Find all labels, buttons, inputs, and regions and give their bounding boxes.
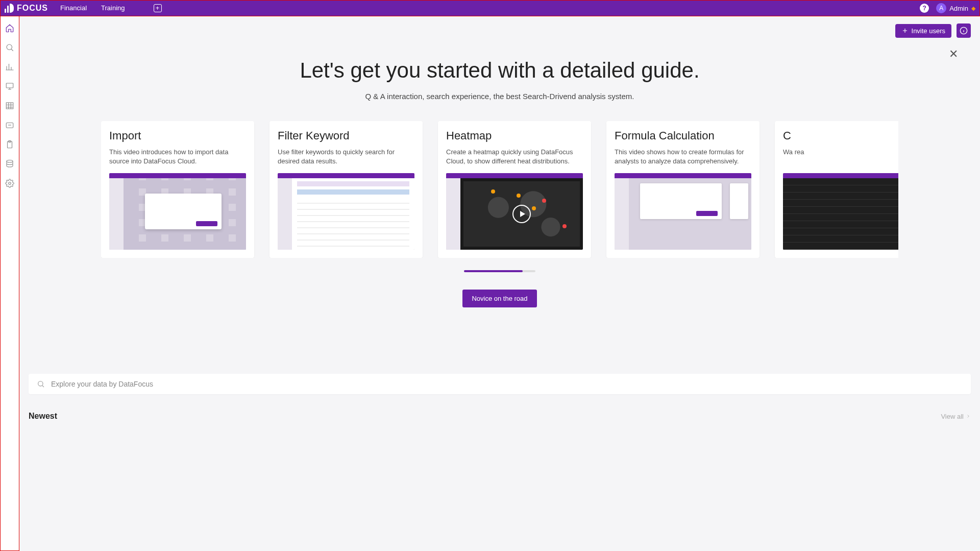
- presentation-icon[interactable]: [5, 82, 14, 91]
- card-thumbnail: [446, 173, 583, 250]
- top-bar: FOCUS Financial Training + ? A Admin ◆: [0, 0, 980, 16]
- search-nav-icon[interactable]: [5, 43, 14, 52]
- brand-logo[interactable]: FOCUS: [5, 4, 48, 13]
- card-title: C: [783, 129, 898, 142]
- guide-carousel: Import This video introduces how to impo…: [101, 121, 898, 258]
- left-sidebar: [0, 16, 19, 551]
- info-button[interactable]: [957, 23, 971, 38]
- newest-section-header: Newest View all: [29, 412, 971, 421]
- chevron-right-icon: [966, 414, 971, 419]
- add-tab-button[interactable]: +: [154, 4, 162, 12]
- guide-card-formula[interactable]: Formula Calculation This video shows how…: [606, 121, 760, 258]
- help-icon[interactable]: ?: [920, 4, 929, 13]
- card-desc: This video introduces how to import data…: [109, 148, 246, 167]
- card-thumbnail: [278, 173, 414, 250]
- card-title: Filter Keyword: [278, 129, 414, 142]
- card-thumbnail: [783, 173, 898, 250]
- table-icon[interactable]: [5, 101, 14, 110]
- card-desc: This video shows how to create formulas …: [615, 148, 751, 167]
- card-title: Formula Calculation: [615, 129, 751, 142]
- carousel-progress[interactable]: [464, 270, 535, 272]
- clipboard-icon[interactable]: [5, 140, 14, 149]
- database-icon[interactable]: [5, 159, 14, 169]
- svg-point-0: [7, 44, 12, 50]
- view-all-link[interactable]: View all: [941, 413, 971, 420]
- svg-point-6: [7, 160, 13, 163]
- premium-icon: ◆: [971, 5, 975, 12]
- folder-icon[interactable]: [5, 121, 14, 130]
- tab-training[interactable]: Training: [101, 4, 125, 12]
- invite-label: Invite users: [912, 27, 945, 35]
- charts-icon[interactable]: [5, 62, 14, 71]
- tab-financial[interactable]: Financial: [60, 4, 87, 12]
- explore-search[interactable]: Explore your data by DataFocus: [29, 374, 971, 394]
- card-desc: Create a heatmap quickly using DataFocus…: [446, 148, 583, 167]
- avatar: A: [936, 3, 946, 13]
- workspace-tabs: Financial Training +: [60, 4, 162, 12]
- top-right-controls: ? A Admin ◆: [920, 3, 975, 13]
- guide-subtitle: Q & A interaction, search experience, th…: [101, 92, 898, 101]
- card-desc: Wa rea: [783, 148, 898, 167]
- newest-heading: Newest: [29, 412, 57, 421]
- guide-card-import[interactable]: Import This video introduces how to impo…: [101, 121, 254, 258]
- svg-rect-2: [6, 103, 13, 109]
- guide-card-filter[interactable]: Filter Keyword Use filter keywords to qu…: [270, 121, 423, 258]
- user-name: Admin: [949, 5, 968, 12]
- search-placeholder: Explore your data by DataFocus: [51, 380, 153, 388]
- svg-point-9: [38, 381, 43, 386]
- card-title: Import: [109, 129, 246, 142]
- search-icon: [37, 380, 45, 388]
- novice-button[interactable]: Novice on the road: [462, 290, 536, 307]
- svg-rect-1: [6, 83, 13, 88]
- brand-name: FOCUS: [17, 4, 48, 13]
- guide-title: Let's get you started with a detailed gu…: [101, 58, 898, 83]
- page-toolbar: Invite users: [19, 16, 980, 38]
- close-icon[interactable]: ✕: [947, 48, 960, 60]
- guide-card-heatmap[interactable]: Heatmap Create a heatmap quickly using D…: [438, 121, 591, 258]
- main-content: Invite users ✕ Let's get you started wit…: [19, 16, 980, 551]
- logo-icon: [5, 4, 14, 13]
- invite-users-button[interactable]: Invite users: [895, 24, 951, 38]
- settings-icon[interactable]: [5, 179, 14, 188]
- onboarding-guide: ✕ Let's get you started with a detailed …: [19, 38, 980, 328]
- home-icon[interactable]: [5, 23, 14, 33]
- guide-card-next[interactable]: C Wa rea: [775, 121, 898, 258]
- svg-point-7: [9, 182, 11, 185]
- card-desc: Use filter keywords to quickly search fo…: [278, 148, 414, 167]
- card-thumbnail: [109, 173, 246, 250]
- play-icon: [512, 205, 531, 223]
- card-title: Heatmap: [446, 129, 583, 142]
- card-thumbnail: [615, 173, 751, 250]
- user-menu[interactable]: A Admin ◆: [936, 3, 975, 13]
